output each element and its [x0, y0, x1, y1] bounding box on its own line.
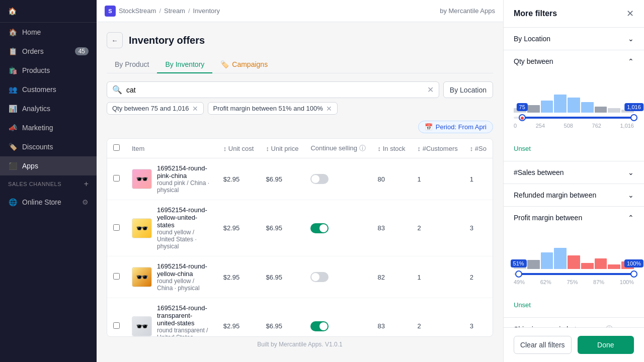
- sort-icon: ↕: [266, 145, 269, 152]
- row-checkbox[interactable]: [113, 175, 120, 182]
- filter-section-qty-header[interactable]: Qty between ⌃: [504, 50, 644, 72]
- tab-campaigns[interactable]: 🏷️ Campaigns: [212, 56, 276, 73]
- unit-cost-cell: $2.95: [217, 256, 260, 298]
- profit-min-handle[interactable]: 51%: [515, 270, 522, 278]
- search-input[interactable]: [126, 86, 423, 94]
- row-checkbox[interactable]: [113, 322, 120, 329]
- continue-selling-toggle[interactable]: [310, 321, 329, 331]
- continue-selling-toggle[interactable]: [310, 223, 329, 233]
- sidebar-item-label: Home: [22, 28, 41, 36]
- item-header[interactable]: Item: [126, 139, 217, 158]
- chevron-down-icon: ⌄: [628, 168, 634, 176]
- profit-max-handle[interactable]: 100%: [630, 270, 637, 278]
- profit-label-75: 75%: [567, 279, 578, 285]
- qty-filter-tag: Qty between 75 and 1,016 ✕: [107, 102, 204, 115]
- so-header[interactable]: ↕ #So: [464, 139, 493, 158]
- sidebar-item-home[interactable]: 🏠 Home: [0, 23, 97, 42]
- filters-panel-header: More filters ✕: [504, 0, 644, 28]
- continue-selling-toggle[interactable]: [310, 174, 329, 184]
- unit-cost-header[interactable]: ↕ Unit cost: [217, 139, 260, 158]
- continue-selling-header[interactable]: Continue selling ⓘ: [304, 139, 371, 158]
- unit-price-cell: $6.95: [260, 256, 304, 298]
- sort-icon: ↕: [418, 145, 421, 152]
- home-icon: 🏠: [8, 28, 17, 37]
- period-badge[interactable]: 📅 Period: From Apri: [418, 121, 493, 133]
- row-checkbox[interactable]: [113, 224, 120, 231]
- back-button[interactable]: ←: [107, 32, 123, 48]
- done-button[interactable]: Done: [578, 336, 634, 354]
- qty-filter-label: Qty between 75 and 1,016: [112, 105, 189, 112]
- sidebar-item-orders[interactable]: 📋 Orders 45: [0, 42, 97, 61]
- sidebar-item-products[interactable]: 🛍️ Products: [0, 61, 97, 80]
- chevron-down-icon: ⌄: [628, 191, 634, 199]
- sidebar-item-customers[interactable]: 👥 Customers: [0, 80, 97, 99]
- hist-bar: [568, 255, 580, 269]
- customers-icon: 👥: [8, 85, 17, 94]
- profit-filter-remove-button[interactable]: ✕: [326, 105, 332, 112]
- filter-location-label: By Location: [514, 35, 550, 43]
- sidebar-item-label: Customers: [22, 85, 56, 94]
- table-row: 🕶️ 16952154-round-yellow-china round yel…: [107, 256, 493, 298]
- sidebar-item-label: Discounts: [22, 143, 53, 151]
- in-stock-header[interactable]: ↕ In stock: [372, 139, 412, 158]
- table-row: 🕶️ 16952154-round-yellow-united-states r…: [107, 200, 493, 256]
- filters-panel-close-button[interactable]: ✕: [626, 8, 634, 19]
- sidebar: 🏠 🏠 Home 📋 Orders 45 🛍️ Products 👥 Custo…: [0, 0, 97, 362]
- qty-min-dot: [521, 117, 524, 120]
- row-checkbox-cell: [107, 200, 126, 256]
- tab-by-inventory[interactable]: By Inventory: [157, 56, 212, 73]
- product-variant: round yellow / United States · physical: [157, 229, 211, 250]
- select-all-header: [107, 139, 126, 158]
- customers-cell: 1: [412, 158, 464, 200]
- unit-price-header[interactable]: ↕ Unit price: [260, 139, 304, 158]
- by-location-filter-button[interactable]: By Location: [443, 81, 493, 98]
- hist-bar: [581, 102, 594, 113]
- so-cell: 3: [464, 298, 493, 337]
- filter-section-location-header[interactable]: By Location ⌄: [504, 28, 644, 50]
- filter-section-shipping-header[interactable]: Shipping margin between ⓘ ⌄: [504, 318, 644, 327]
- qty-label-762: 762: [592, 123, 601, 129]
- tabs: By Product By Inventory 🏷️ Campaigns: [107, 56, 493, 73]
- breadcrumb-stockstream[interactable]: StockStream: [119, 7, 156, 15]
- tab-by-product[interactable]: By Product: [107, 56, 157, 73]
- campaigns-tag-icon: 🏷️: [220, 60, 229, 68]
- select-all-checkbox[interactable]: [113, 144, 120, 151]
- profit-unset-button[interactable]: Unset: [514, 301, 531, 309]
- continue-selling-cell: [304, 256, 371, 298]
- clear-all-filters-button[interactable]: Clear all filters: [514, 336, 572, 354]
- profit-label-100: 100%: [620, 279, 634, 285]
- sidebar-item-discounts[interactable]: 🏷️ Discounts: [0, 137, 97, 156]
- product-sku: 16952154-round-yellow-china: [157, 262, 211, 278]
- sidebar-item-online-store[interactable]: 🌐 Online Store ⚙: [0, 193, 97, 212]
- qty-max-badge: 1,016: [624, 103, 643, 111]
- filter-section-profit-header[interactable]: Profit margin between ⌃: [504, 207, 644, 229]
- customers-cell: 2: [412, 298, 464, 337]
- filter-section-sales-header[interactable]: #Sales between ⌄: [504, 161, 644, 184]
- qty-unset-button[interactable]: Unset: [514, 145, 531, 152]
- search-clear-button[interactable]: ✕: [427, 85, 434, 95]
- orders-icon: 📋: [8, 47, 17, 56]
- qty-filter-remove-button[interactable]: ✕: [192, 105, 198, 112]
- online-store-settings-icon[interactable]: ⚙: [82, 198, 89, 206]
- product-info: 16952154-round-pink-china round pink / C…: [157, 164, 211, 194]
- sidebar-item-marketing[interactable]: 📣 Marketing: [0, 118, 97, 137]
- discounts-icon: 🏷️: [8, 142, 17, 151]
- calendar-icon: 📅: [425, 123, 433, 131]
- page-header: ← Inventory offers: [107, 32, 493, 48]
- row-checkbox[interactable]: [113, 273, 120, 280]
- sidebar-logo: 🏠: [0, 0, 97, 23]
- continue-selling-toggle[interactable]: [310, 272, 329, 282]
- search-icon: 🔍: [112, 85, 122, 95]
- filter-section-shipping: Shipping margin between ⓘ ⌄: [504, 318, 644, 327]
- breadcrumb-stream[interactable]: Stream: [164, 7, 185, 15]
- filter-section-refunded-header[interactable]: Refunded margin between ⌄: [504, 184, 644, 206]
- table-body: 🕶️ 16952154-round-pink-china round pink …: [107, 158, 493, 337]
- table-row: 🕶️ 16952154-round-pink-china round pink …: [107, 158, 493, 200]
- customers-header[interactable]: ↕ #Customers: [412, 139, 464, 158]
- sidebar-item-analytics[interactable]: 📊 Analytics: [0, 99, 97, 118]
- inventory-table-wrapper: Item ↕ Unit cost ↕ Unit price Continue s…: [107, 138, 493, 337]
- qty-max-handle[interactable]: 1,016: [630, 114, 637, 121]
- sidebar-item-apps[interactable]: ⬛ Apps: [0, 156, 97, 175]
- profit-filter-label: Profit margin between 51% and 100%: [213, 105, 323, 112]
- add-sales-channel-button[interactable]: +: [84, 179, 89, 189]
